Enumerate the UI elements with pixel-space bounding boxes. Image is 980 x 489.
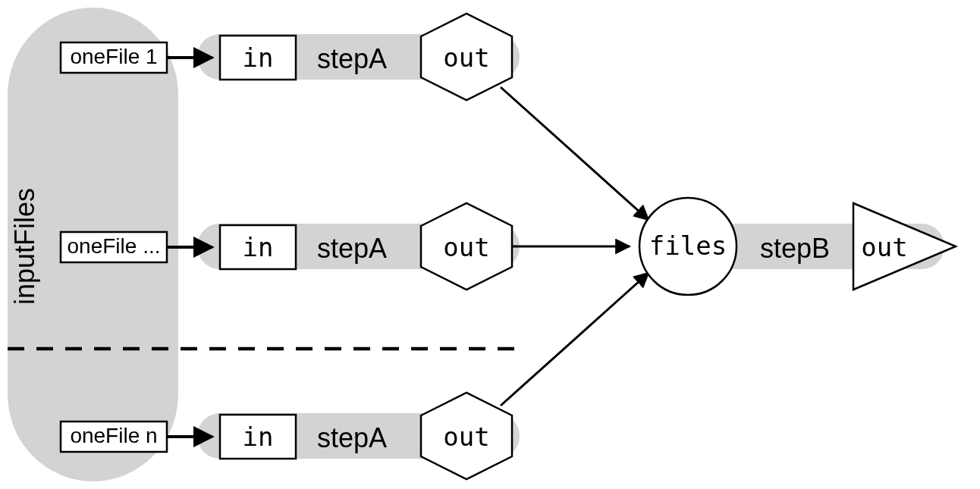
arrow-out3-files xyxy=(501,273,649,406)
final-out-label: out xyxy=(861,232,907,262)
in-label-2: in xyxy=(243,232,274,262)
onefile-label-2: oneFile ... xyxy=(68,234,161,258)
onefile-label-3: oneFile n xyxy=(70,424,157,447)
input-files-label: inputFiles xyxy=(9,188,40,305)
arrow-out1-files xyxy=(501,87,649,220)
stepa-label-2: stepA xyxy=(317,233,387,264)
out-label-2: out xyxy=(443,232,489,262)
stepa-label-1: stepA xyxy=(317,43,387,74)
files-label: files xyxy=(649,230,727,261)
stepb-label: stepB xyxy=(760,233,830,264)
out-label-1: out xyxy=(443,42,489,73)
stepa-label-3: stepA xyxy=(317,422,387,453)
in-label-1: in xyxy=(243,42,274,73)
onefile-label-1: oneFile 1 xyxy=(70,45,157,68)
in-label-3: in xyxy=(243,422,274,452)
out-label-3: out xyxy=(443,422,489,452)
